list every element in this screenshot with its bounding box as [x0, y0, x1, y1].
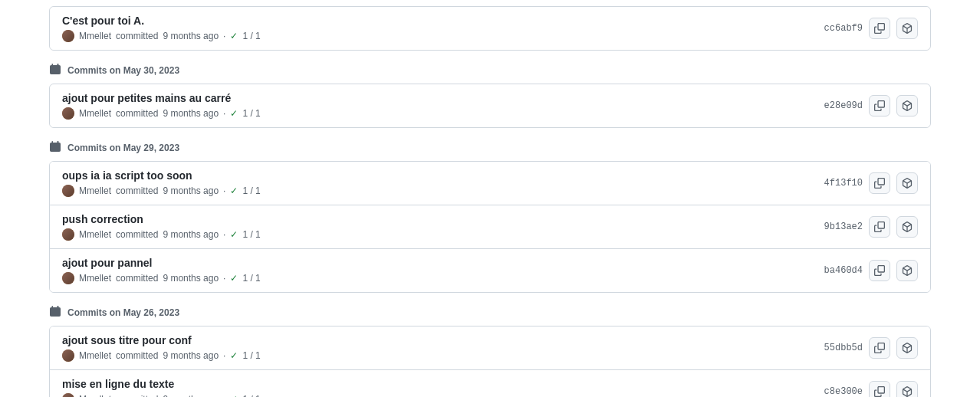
separator-dot: ·: [223, 31, 225, 41]
check-icon: ✓: [230, 185, 238, 196]
commit-checks: 1 / 1: [242, 350, 260, 361]
commit-hash: 9b13ae2: [824, 221, 863, 232]
copy-hash-button[interactable]: [869, 172, 890, 194]
commit-checks: 1 / 1: [242, 394, 260, 397]
commit-author: Mmellet: [79, 229, 111, 240]
separator-dot: ·: [223, 350, 225, 361]
date-separator-label: Commits on May 29, 2023: [67, 143, 179, 153]
commit-group-may29-single: ajout pour petites mains au carré Mmelle…: [49, 84, 931, 128]
commit-left: push correction Mmellet committed 9 mont…: [62, 213, 261, 241]
commit-action: committed: [116, 273, 158, 284]
separator-dot: ·: [223, 108, 225, 119]
copy-hash-button[interactable]: [869, 216, 890, 238]
commit-row: ajout sous titre pour conf Mmellet commi…: [50, 326, 930, 370]
browse-repo-button[interactable]: [896, 337, 918, 359]
commit-time: 9 months ago: [163, 185, 219, 196]
commit-hash: c8e300e: [824, 386, 863, 397]
commit-left: oups ia ia script too soon Mmellet commi…: [62, 169, 261, 197]
commit-hash: cc6abf9: [824, 23, 863, 34]
commit-left: ajout sous titre pour conf Mmellet commi…: [62, 334, 261, 362]
commit-right: 9b13ae2: [824, 216, 918, 238]
copy-hash-button[interactable]: [869, 337, 890, 359]
commit-checks: 1 / 1: [242, 185, 260, 196]
commit-group-single-1: C'est pour toi A. Mmellet committed 9 mo…: [49, 6, 931, 51]
commit-row: push correction Mmellet committed 9 mont…: [50, 205, 930, 249]
commit-left: mise en ligne du texte Mmellet committed…: [62, 378, 261, 397]
commit-meta: Mmellet committed 9 months ago · ✓ 1 / 1: [62, 349, 261, 362]
commit-title: ajout pour petites mains au carré: [62, 92, 261, 104]
commit-hash: 4f13f10: [824, 178, 863, 189]
check-icon: ✓: [230, 394, 238, 397]
commit-author: Mmellet: [79, 273, 111, 284]
commit-meta: Mmellet committed 9 months ago · ✓ 1 / 1: [62, 393, 261, 397]
commit-meta: Mmellet committed 9 months ago · ✓ 1 / 1: [62, 107, 261, 120]
commit-left: C'est pour toi A. Mmellet committed 9 mo…: [62, 15, 261, 42]
commits-icon: [49, 305, 61, 320]
commit-checks: 1 / 1: [242, 273, 260, 284]
check-icon: ✓: [230, 31, 238, 41]
commit-right: c8e300e: [824, 381, 918, 397]
separator-dot: ·: [223, 394, 225, 397]
commit-row: mise en ligne du texte Mmellet committed…: [50, 370, 930, 397]
date-separator-may30: Commits on May 30, 2023: [49, 57, 931, 84]
commit-action: committed: [116, 31, 158, 41]
avatar: [62, 185, 74, 197]
browse-repo-button[interactable]: [896, 95, 918, 116]
commits-container: C'est pour toi A. Mmellet committed 9 mo…: [49, 0, 931, 397]
avatar: [62, 349, 74, 362]
avatar-image: [62, 393, 74, 397]
commits-icon: [49, 63, 61, 77]
commit-time: 9 months ago: [163, 108, 219, 119]
commit-time: 9 months ago: [163, 394, 219, 397]
commit-author: Mmellet: [79, 108, 111, 119]
commit-meta: Mmellet committed 9 months ago · ✓ 1 / 1: [62, 272, 261, 284]
avatar-image: [62, 107, 74, 120]
commit-meta: Mmellet committed 9 months ago · ✓ 1 / 1: [62, 185, 261, 197]
copy-hash-button[interactable]: [869, 18, 890, 39]
avatar: [62, 228, 74, 241]
commit-right: cc6abf9: [824, 18, 918, 39]
commit-row: oups ia ia script too soon Mmellet commi…: [50, 162, 930, 205]
commit-action: committed: [116, 108, 158, 119]
browse-repo-button[interactable]: [896, 18, 918, 39]
commit-right: e28e09d: [824, 95, 918, 116]
browse-repo-button[interactable]: [896, 172, 918, 194]
browse-repo-button[interactable]: [896, 381, 918, 397]
browse-repo-button[interactable]: [896, 260, 918, 281]
commit-right: ba460d4: [824, 260, 918, 281]
commit-title: C'est pour toi A.: [62, 15, 261, 27]
commit-time: 9 months ago: [163, 31, 219, 41]
separator-dot: ·: [223, 273, 225, 284]
separator-dot: ·: [223, 185, 225, 196]
check-icon: ✓: [230, 108, 238, 119]
commit-action: committed: [116, 350, 158, 361]
commit-action: committed: [116, 185, 158, 196]
check-icon: ✓: [230, 273, 238, 284]
copy-hash-button[interactable]: [869, 260, 890, 281]
commit-group-may29: oups ia ia script too soon Mmellet commi…: [49, 161, 931, 293]
copy-hash-button[interactable]: [869, 95, 890, 116]
commit-left: ajout pour petites mains au carré Mmelle…: [62, 92, 261, 120]
avatar: [62, 272, 74, 284]
commit-author: Mmellet: [79, 185, 111, 196]
browse-repo-button[interactable]: [896, 216, 918, 238]
commit-row: ajout pour petites mains au carré Mmelle…: [50, 84, 930, 127]
commit-checks: 1 / 1: [242, 108, 260, 119]
date-separator-may26: Commits on May 26, 2023: [49, 299, 931, 326]
commits-icon: [49, 140, 61, 155]
date-separator-label: Commits on May 26, 2023: [67, 307, 179, 318]
copy-hash-button[interactable]: [869, 381, 890, 397]
commit-title: ajout sous titre pour conf: [62, 334, 261, 346]
avatar: [62, 393, 74, 397]
avatar-image: [62, 272, 74, 284]
commit-hash: e28e09d: [824, 100, 863, 111]
avatar-image: [62, 185, 74, 197]
separator-dot: ·: [223, 229, 225, 240]
commit-title: push correction: [62, 213, 261, 225]
commit-meta: Mmellet committed 9 months ago · ✓ 1 / 1: [62, 228, 261, 241]
commit-title: oups ia ia script too soon: [62, 169, 261, 182]
commit-left: ajout pour pannel Mmellet committed 9 mo…: [62, 257, 261, 284]
date-separator-label: Commits on May 30, 2023: [67, 65, 179, 76]
commit-checks: 1 / 1: [242, 229, 260, 240]
commit-author: Mmellet: [79, 394, 111, 397]
